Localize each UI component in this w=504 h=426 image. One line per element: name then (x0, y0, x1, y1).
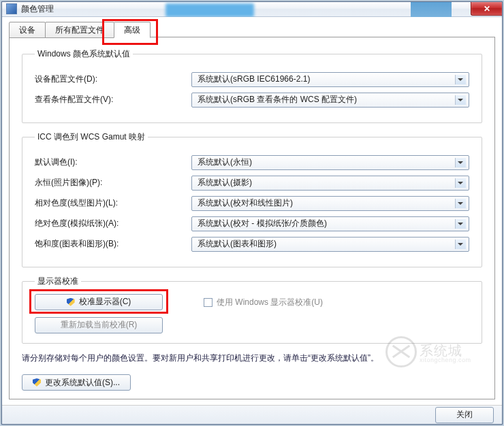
label-device-profile: 设备配置文件(D): (35, 73, 191, 85)
dropdown-saturation[interactable]: 系统默认(图表和图形) (191, 237, 469, 252)
chevron-down-icon (458, 243, 463, 246)
chevron-down-icon (458, 202, 463, 205)
dropdown-saturation-value: 系统默认(图表和图形) (198, 238, 277, 250)
chevron-down-icon (458, 182, 463, 184)
tab-all-profiles[interactable]: 所有配置文件 (45, 22, 114, 38)
change-system-defaults-label: 更改系统默认值(S)... (45, 377, 120, 389)
dropdown-relative-value: 系统默认(校对和线性图片) (198, 197, 293, 209)
shield-icon (67, 298, 75, 306)
dialog-footer: 关闭 (2, 405, 502, 424)
calibrate-display-button[interactable]: 校准显示器(C) (35, 294, 163, 310)
chevron-down-icon (458, 161, 463, 164)
hint-text: 请分别存储对每个用户的颜色设置。要对新用户和共享打印机进行更改，请单击“更改系统… (22, 352, 482, 365)
dropdown-absolute-value: 系统默认(校对 - 模拟纸张/介质颜色) (198, 218, 327, 229)
close-dialog-button[interactable]: 关闭 (435, 407, 494, 423)
app-icon (6, 3, 17, 14)
window-body: 设备 所有配置文件 高级 Windows 颜色系统默认值 设备配置文件(D): … (2, 17, 502, 405)
window-title: 颜色管理 (21, 3, 54, 15)
dropdown-absolute[interactable]: 系统默认(校对 - 模拟纸张/介质颜色) (191, 216, 469, 231)
close-button[interactable]: ✕ (471, 2, 502, 16)
label-viewing-profile: 查看条件配置文件(V): (35, 94, 191, 105)
reload-calibration-label: 重新加载当前校准(R) (61, 319, 138, 331)
label-saturation: 饱和度(图表和图形)(B): (35, 238, 191, 250)
change-system-defaults-button[interactable]: 更改系统默认值(S)... (22, 374, 131, 391)
tab-device[interactable]: 设备 (9, 22, 46, 38)
reload-calibration-button[interactable]: 重新加载当前校准(R) (35, 317, 163, 333)
color-management-window: 颜色管理 ✕ 设备 所有配置文件 高级 Windows 颜色系统默认值 设备配置… (1, 1, 503, 425)
label-relative: 相对色度(线型图片)(L): (35, 197, 191, 209)
dropdown-default-intent-value: 系统默认(永恒) (198, 157, 252, 168)
dropdown-perceptual-value: 系统默认(摄影) (198, 177, 252, 189)
close-icon: ✕ (484, 4, 490, 14)
chevron-down-icon (458, 78, 463, 81)
chevron-down-icon (458, 223, 463, 225)
group-calibration-legend: 显示器校准 (35, 276, 81, 287)
close-dialog-label: 关闭 (456, 409, 473, 421)
label-perceptual: 永恒(照片图像)(P): (35, 177, 191, 189)
shield-icon (33, 378, 41, 387)
group-gamut-legend: ICC 调色到 WCS Gamut 映射 (35, 131, 148, 143)
tab-advanced[interactable]: 高级 (114, 22, 151, 38)
dropdown-device-profile-value: 系统默认(sRGB IEC61966-2.1) (198, 73, 310, 85)
tab-panel-advanced: Windows 颜色系统默认值 设备配置文件(D): 系统默认(sRGB IEC… (9, 37, 495, 399)
use-windows-calibration-label: 使用 Windows 显示器校准(U) (217, 297, 323, 308)
chevron-down-icon (458, 99, 463, 101)
dropdown-device-profile[interactable]: 系统默认(sRGB IEC61966-2.1) (191, 72, 469, 87)
titlebar: 颜色管理 ✕ (2, 2, 502, 17)
dropdown-default-intent[interactable]: 系统默认(永恒) (191, 155, 469, 170)
group-windows-defaults: Windows 颜色系统默认值 设备配置文件(D): 系统默认(sRGB IEC… (22, 48, 482, 123)
dropdown-relative[interactable]: 系统默认(校对和线性图片) (191, 196, 469, 211)
use-windows-calibration-option[interactable]: 使用 Windows 显示器校准(U) (204, 297, 323, 308)
checkbox-icon (204, 298, 212, 307)
calibrate-display-label: 校准显示器(C) (79, 296, 131, 308)
dropdown-viewing-profile-value: 系统默认(sRGB 查看条件的 WCS 配置文件) (198, 94, 357, 105)
label-absolute: 绝对色度(模拟纸张)(A): (35, 218, 191, 229)
dropdown-viewing-profile[interactable]: 系统默认(sRGB 查看条件的 WCS 配置文件) (191, 93, 469, 108)
label-default-intent: 默认调色(I): (35, 157, 191, 168)
group-windows-defaults-legend: Windows 颜色系统默认值 (35, 48, 133, 60)
dropdown-perceptual[interactable]: 系统默认(摄影) (191, 176, 469, 191)
tab-strip: 设备 所有配置文件 高级 (9, 21, 495, 37)
group-display-calibration: 显示器校准 校准显示器(C) 重新加载当前校准(R) (22, 276, 482, 344)
group-gamut-mapping: ICC 调色到 WCS Gamut 映射 默认调色(I): 系统默认(永恒) 永… (22, 131, 482, 267)
background-blur (166, 3, 254, 17)
